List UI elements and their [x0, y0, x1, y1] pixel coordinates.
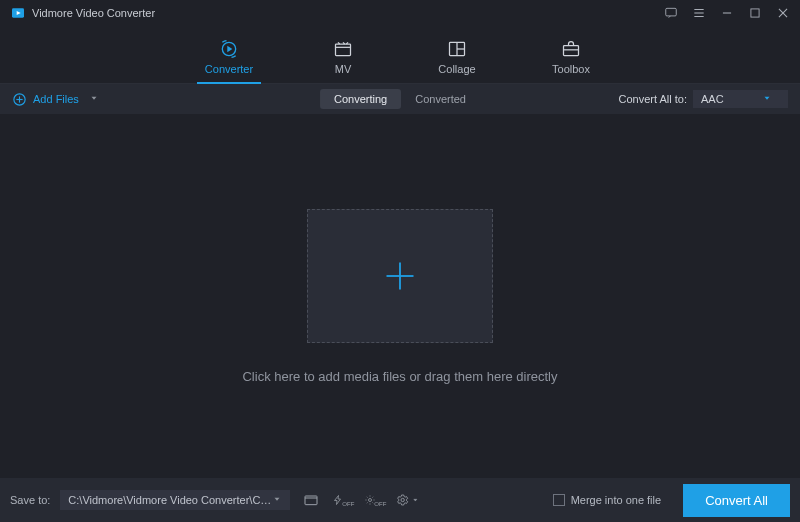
svg-marker-11 [227, 46, 232, 53]
feedback-icon[interactable] [664, 6, 678, 20]
toolbar: Add Files Converting Converted Convert A… [0, 84, 800, 114]
merge-label: Merge into one file [571, 494, 662, 506]
tab-label: Converter [205, 63, 253, 75]
svg-rect-25 [305, 496, 317, 505]
save-path-value: C:\Vidmore\Vidmore Video Converter\Conve… [68, 494, 272, 506]
convert-all-to: Convert All to: AAC [619, 90, 788, 108]
collage-icon [446, 39, 468, 59]
add-files-button[interactable]: Add Files [12, 92, 99, 107]
tab-label: MV [335, 63, 352, 75]
close-icon[interactable] [776, 6, 790, 20]
converter-icon [218, 39, 240, 59]
hardware-accel-button[interactable]: OFF [332, 491, 354, 509]
subtab-converting[interactable]: Converting [320, 89, 401, 109]
high-speed-button[interactable]: OFF [364, 491, 386, 509]
plus-circle-icon [12, 92, 27, 107]
main-area: Click here to add media files or drag th… [0, 114, 800, 478]
caret-down-icon [272, 494, 282, 506]
tab-label: Toolbox [552, 63, 590, 75]
tab-label: Collage [438, 63, 475, 75]
svg-marker-28 [413, 499, 416, 501]
footer: Save to: C:\Vidmore\Vidmore Video Conver… [0, 478, 800, 522]
plus-icon [382, 258, 418, 294]
merge-checkbox[interactable]: Merge into one file [553, 494, 662, 506]
subtab-converted[interactable]: Converted [401, 89, 480, 109]
window-controls [664, 6, 790, 20]
convert-all-button[interactable]: Convert All [683, 484, 790, 517]
svg-rect-12 [336, 44, 351, 56]
format-select[interactable]: AAC [693, 90, 788, 108]
convert-all-to-label: Convert All to: [619, 93, 687, 105]
maximize-icon[interactable] [748, 6, 762, 20]
tab-converter[interactable]: Converter [201, 39, 257, 83]
settings-button[interactable] [396, 491, 418, 509]
svg-rect-7 [751, 9, 759, 17]
tab-toolbox[interactable]: Toolbox [543, 39, 599, 83]
svg-rect-2 [666, 8, 677, 16]
navbar: Converter MV Collage Toolbox [0, 26, 800, 84]
toolbox-icon [560, 39, 582, 59]
checkbox-icon [553, 494, 565, 506]
minimize-icon[interactable] [720, 6, 734, 20]
app-title: Vidmore Video Converter [32, 7, 155, 19]
svg-point-26 [369, 499, 372, 502]
add-files-label: Add Files [33, 93, 79, 105]
format-selected-value: AAC [701, 93, 724, 105]
titlebar-left: Vidmore Video Converter [10, 5, 155, 21]
open-folder-button[interactable] [300, 491, 322, 509]
svg-marker-24 [275, 498, 280, 501]
dropzone[interactable] [307, 209, 493, 343]
menu-icon[interactable] [692, 6, 706, 20]
caret-down-icon [89, 93, 99, 105]
svg-point-27 [401, 498, 404, 501]
mv-icon [332, 39, 354, 59]
save-to-label: Save to: [10, 494, 50, 506]
tab-collage[interactable]: Collage [429, 39, 485, 83]
save-path-select[interactable]: C:\Vidmore\Vidmore Video Converter\Conve… [60, 490, 290, 510]
tab-mv[interactable]: MV [315, 39, 371, 83]
svg-marker-20 [91, 97, 96, 100]
subtabs: Converting Converted [320, 89, 480, 109]
titlebar: Vidmore Video Converter [0, 0, 800, 26]
dropzone-hint: Click here to add media files or drag th… [242, 369, 557, 384]
svg-rect-16 [564, 46, 579, 56]
app-logo-icon [10, 5, 26, 21]
